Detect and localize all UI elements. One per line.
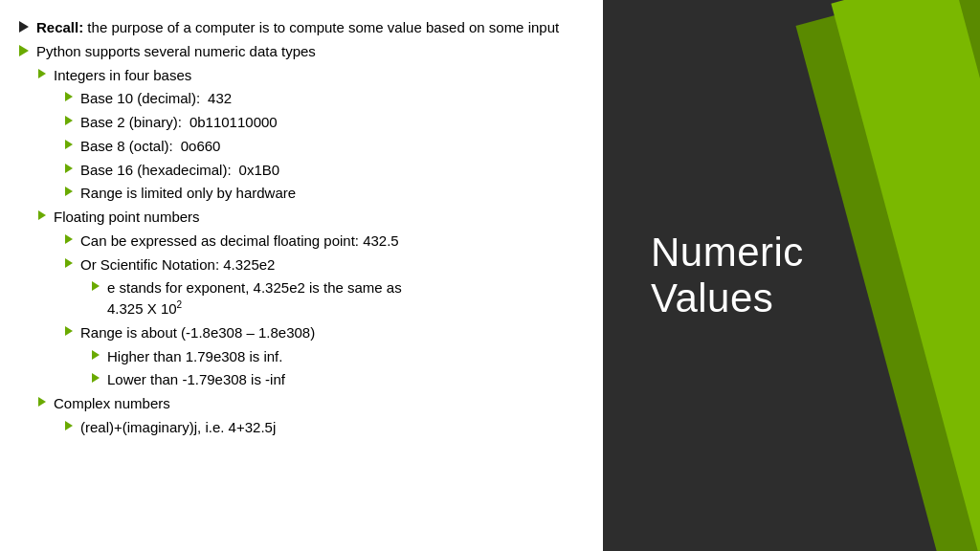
integers-text: Integers in four bases — [54, 65, 584, 86]
base16-item: Base 16 (hexadecimal):0x1B0 — [19, 160, 584, 181]
python-item: Python supports several numeric data typ… — [19, 41, 584, 62]
range-int-item: Range is limited only by hardware — [19, 183, 584, 204]
bullet-arrow — [19, 45, 29, 56]
bullet-arrow — [92, 350, 100, 360]
lower-item: Lower than -1.79e308 is -inf — [19, 369, 584, 390]
range-fp-item: Range is about (-1.8e308 – 1.8e308) — [19, 322, 584, 343]
bullet-arrow — [92, 373, 100, 383]
base8-item: Base 8 (octal):0o660 — [19, 136, 584, 157]
complex-item: Complex numbers — [19, 393, 584, 414]
integers-item: Integers in four bases — [19, 65, 584, 86]
higher-text: Higher than 1.79e308 is inf. — [107, 346, 584, 367]
bullet-arrow — [92, 281, 100, 291]
right-panel: Numeric Values — [603, 0, 980, 551]
bullet-arrow — [65, 116, 73, 125]
bullet-arrow — [65, 258, 73, 268]
slide-title-line2: Values — [651, 276, 804, 321]
bullet-arrow — [65, 421, 73, 430]
e-stands-item: e stands for exponent, 4.325e2 is the sa… — [19, 277, 584, 320]
left-panel: Recall: the purpose of a computer is to … — [0, 0, 603, 551]
bullet-arrow — [65, 140, 73, 149]
base2-item: Base 2 (binary):0b110110000 — [19, 112, 584, 133]
e-stands-text: e stands for exponent, 4.325e2 is the sa… — [107, 277, 584, 320]
scientific-text: Or Scientific Notation: 4.325e2 — [80, 254, 584, 276]
bullet-arrow — [38, 210, 46, 220]
floating-item: Floating point numbers — [19, 207, 584, 228]
higher-item: Higher than 1.79e308 is inf. — [19, 346, 584, 367]
python-text: Python supports several numeric data typ… — [36, 41, 584, 62]
bullet-arrow — [38, 397, 46, 407]
recall-item: Recall: the purpose of a computer is to … — [19, 17, 584, 38]
complex-text: Complex numbers — [54, 393, 584, 414]
base2-text: Base 2 (binary):0b110110000 — [80, 112, 584, 133]
base16-text: Base 16 (hexadecimal):0x1B0 — [80, 160, 584, 181]
bullet-arrow — [65, 234, 73, 244]
base10-text: Base 10 (decimal):432 — [80, 88, 584, 109]
bullet-arrow — [38, 69, 46, 78]
decimal-fp-text: Can be expressed as decimal floating poi… — [80, 231, 584, 252]
recall-text: Recall: the purpose of a computer is to … — [36, 17, 584, 38]
slide-title: Numeric Values — [651, 230, 804, 322]
bullet-arrow — [19, 21, 29, 33]
decimal-fp-item: Can be expressed as decimal floating poi… — [19, 231, 584, 252]
floating-text: Floating point numbers — [54, 207, 584, 228]
bullet-arrow — [65, 92, 73, 101]
scientific-item: Or Scientific Notation: 4.325e2 — [19, 254, 584, 276]
bullet-arrow — [65, 326, 73, 336]
bullet-arrow — [65, 164, 73, 173]
lower-text: Lower than -1.79e308 is -inf — [107, 369, 584, 390]
range-int-text: Range is limited only by hardware — [80, 183, 584, 204]
complex-sub-item: (real)+(imaginary)j, i.e. 4+32.5j — [19, 417, 584, 438]
complex-sub-text: (real)+(imaginary)j, i.e. 4+32.5j — [80, 417, 584, 438]
bullet-arrow — [65, 187, 73, 196]
base10-item: Base 10 (decimal):432 — [19, 88, 584, 109]
range-fp-text: Range is about (-1.8e308 – 1.8e308) — [80, 322, 584, 343]
slide-title-line1: Numeric — [651, 230, 804, 276]
base8-text: Base 8 (octal):0o660 — [80, 136, 584, 157]
